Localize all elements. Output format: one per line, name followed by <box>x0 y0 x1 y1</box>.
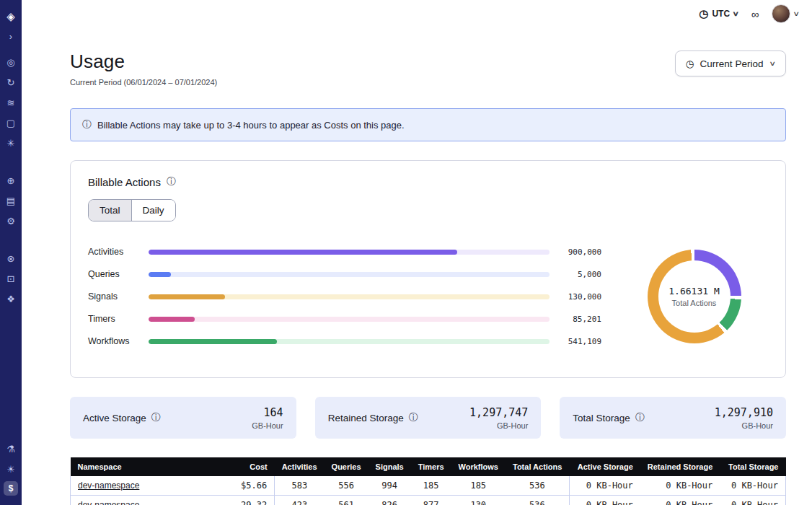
bar-row: Activities 900,000 <box>88 247 601 257</box>
storage-summary: Active Storage ⓘ 164 GB-Hour Retained St… <box>70 397 786 439</box>
info-icon[interactable]: ⓘ <box>151 411 161 424</box>
active-storage-cell: 0 KB-Hour <box>569 476 640 496</box>
workflows-icon[interactable]: ◎ <box>3 54 19 70</box>
billable-actions-tabs: Total Daily <box>88 199 176 221</box>
bar-track <box>149 317 550 322</box>
account-menu[interactable]: ∨ <box>772 4 799 23</box>
bar-value: 900,000 <box>550 247 601 257</box>
col-header-retained-storage: Retained Storage <box>640 457 720 476</box>
bar-value: 130,000 <box>550 292 601 302</box>
timers-cell: 185 <box>411 476 451 496</box>
page-title: Usage <box>70 50 217 73</box>
expand-sidebar-icon[interactable]: › <box>3 28 19 44</box>
active-storage-unit: GB-Hour <box>252 421 283 430</box>
info-banner-text: Billable Actions may take up to 3-4 hour… <box>97 120 405 131</box>
bar-row: Signals 130,000 <box>88 291 601 302</box>
col-header-total-storage: Total Storage <box>720 457 785 476</box>
bar-label: Activities <box>88 247 149 257</box>
table-row: dev-namespace $5.66 583 556 994 185 185 … <box>71 476 786 496</box>
billable-actions-card: Billable Actions ⓘ Total Daily Activitie… <box>70 160 786 378</box>
active-storage-card: Active Storage ⓘ 164 GB-Hour <box>70 397 296 439</box>
deployments-icon[interactable]: ▢ <box>3 115 19 131</box>
activities-cell: 583 <box>275 476 325 496</box>
avatar <box>772 4 790 23</box>
page-header: Usage Current Period (06/01/2024 – 07/01… <box>70 50 786 87</box>
total-storage-value: 1,297,910 <box>715 406 773 419</box>
info-icon[interactable]: ⓘ <box>167 175 176 188</box>
bar-value: 541,109 <box>550 337 601 346</box>
activities-cell: 423 <box>275 496 325 505</box>
total-actions-label: Total Actions <box>672 299 717 307</box>
cost-cell: 29.32 <box>217 496 275 505</box>
nexus-icon[interactable]: ✳ <box>3 135 19 151</box>
bar-fill <box>149 339 277 344</box>
active-storage-label: Active Storage <box>83 413 146 423</box>
clock-icon: ◷ <box>699 7 708 20</box>
info-icon[interactable]: ⓘ <box>635 411 645 424</box>
col-header-workflows: Workflows <box>451 457 506 476</box>
namespace-link[interactable]: dev-namespace <box>78 480 139 491</box>
glasses-icon[interactable]: ∞ <box>751 8 759 20</box>
namespace-link[interactable]: dev-namespace <box>78 500 139 505</box>
col-header-total-actions: Total Actions <box>506 457 569 476</box>
donut-center: 1.66131 M Total Actions <box>648 250 741 343</box>
schedules-icon[interactable]: ↻ <box>3 74 19 90</box>
docs-icon[interactable]: ⊡ <box>3 271 19 286</box>
getting-started-icon[interactable]: ❖ <box>3 291 19 307</box>
retained-storage-value: 1,297,747 <box>469 406 528 419</box>
retained-storage-unit: GB-Hour <box>469 421 528 430</box>
period-button-label: Current Period <box>700 58 764 69</box>
topbar: ◷ UTC ∨ ∞ ∨ <box>22 0 812 27</box>
total-storage-cell: 0 KB-Hour <box>720 496 785 505</box>
main-content: Usage Current Period (06/01/2024 – 07/01… <box>22 50 812 505</box>
chevron-down-icon: ∨ <box>793 10 800 17</box>
sidebar: ◈ › ◎ ↻ ≋ ▢ ✳ ⊕ ▤ ⚙ ⊗ ⊡ ❖ ⚗ ☀ $ <box>0 0 22 505</box>
theme-sun-icon[interactable]: ☀ <box>3 461 19 477</box>
total-storage-card: Total Storage ⓘ 1,297,910 GB-Hour <box>560 397 786 439</box>
usage-dollar-icon[interactable]: $ <box>4 481 18 496</box>
bar-label: Queries <box>88 269 149 279</box>
support-icon[interactable]: ⊗ <box>3 250 19 266</box>
timers-cell: 877 <box>411 496 451 505</box>
bar-track <box>149 294 550 299</box>
stopwatch-icon: ◷ <box>686 58 694 69</box>
tab-daily[interactable]: Daily <box>131 200 175 221</box>
info-icon[interactable]: ⓘ <box>409 411 418 424</box>
settings-gear-icon[interactable]: ⚙ <box>3 213 19 229</box>
current-period-subtitle: Current Period (06/01/2024 – 07/01/2024) <box>70 78 217 87</box>
bar-row: Queries 5,000 <box>88 269 601 279</box>
queries-cell: 561 <box>325 496 369 505</box>
donut-chart-wrap: 1.66131 M Total Actions <box>620 250 768 343</box>
billing-icon[interactable]: ▤ <box>3 193 19 208</box>
total-storage-unit: GB-Hour <box>715 421 773 430</box>
bar-row: Workflows 541,109 <box>88 336 601 346</box>
temporal-logo-icon[interactable]: ◈ <box>3 8 19 24</box>
retained-storage-cell: 0 KB-Hour <box>640 476 720 496</box>
retained-storage-cell: 0 KB-Hour <box>640 496 720 505</box>
bar-fill <box>149 272 171 277</box>
col-header-timers: Timers <box>411 457 451 476</box>
total-storage-cell: 0 KB-Hour <box>720 476 785 496</box>
signals-cell: 994 <box>369 476 411 496</box>
total-actions-cell: 536 <box>506 476 569 496</box>
namespace-usage-table: Namespace Cost Activities Queries Signal… <box>70 457 786 505</box>
namespaces-icon[interactable]: ≋ <box>3 95 19 110</box>
bar-track <box>149 339 550 344</box>
tab-total[interactable]: Total <box>89 200 131 221</box>
queries-cell: 556 <box>325 476 369 496</box>
regions-icon[interactable]: ⊕ <box>3 172 19 188</box>
bar-value: 85,201 <box>550 315 601 324</box>
period-selector-button[interactable]: ◷ Current Period ∨ <box>675 50 786 76</box>
col-header-namespace: Namespace <box>71 457 217 476</box>
table-header-row: Namespace Cost Activities Queries Signal… <box>71 457 786 476</box>
cost-cell: $5.66 <box>217 476 275 496</box>
info-banner: ⓘ Billable Actions may take up to 3-4 ho… <box>70 108 786 141</box>
workflows-cell: 185 <box>451 476 506 496</box>
timezone-selector[interactable]: ◷ UTC ∨ <box>699 7 738 20</box>
total-actions-value: 1.66131 M <box>668 286 719 297</box>
labs-flask-icon[interactable]: ⚗ <box>3 441 19 457</box>
workflows-cell: 130 <box>451 496 506 505</box>
bar-chart: Activities 900,000 Queries 5,000 Signals… <box>88 234 601 359</box>
bar-label: Workflows <box>88 336 149 346</box>
billable-actions-title: Billable Actions <box>88 176 161 188</box>
